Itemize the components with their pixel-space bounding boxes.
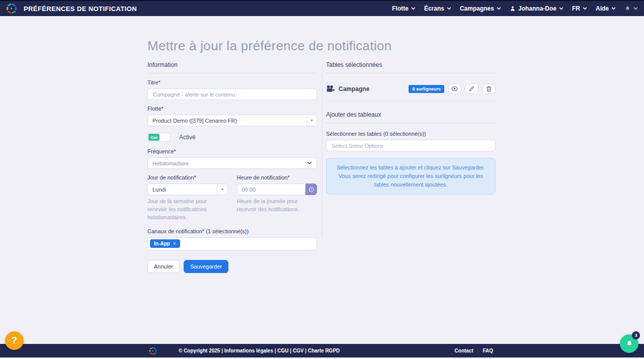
delete-button[interactable] (482, 83, 496, 94)
chevron-down-icon (583, 7, 587, 10)
user-icon (510, 6, 516, 12)
help-fab[interactable]: ? (5, 331, 24, 350)
chevron-down-icon (633, 7, 638, 10)
chevron-down-icon (307, 161, 312, 165)
tables-select-input[interactable] (326, 140, 496, 151)
notification-fab[interactable]: 3 (620, 334, 638, 353)
pencil-icon (469, 86, 474, 92)
chevron-down-icon (559, 7, 564, 10)
canaux-label: Canaux de notification* (1 sélectionné(s… (147, 228, 317, 234)
highlighters-badge: 8 surligneurs (409, 85, 444, 93)
footer-contact-link[interactable]: Contact (455, 348, 473, 353)
active-toggle-label: Activé (179, 134, 196, 141)
time-picker-button[interactable] (305, 184, 317, 195)
footer-link-separator: | (477, 348, 479, 353)
top-strip (0, 0, 644, 1)
clock-icon (308, 187, 314, 193)
bell-icon (624, 6, 631, 12)
tables-selected-header: Tables sélectionnées (326, 61, 496, 73)
nav-item-flotte[interactable]: Flotte (392, 5, 416, 12)
flotte-select[interactable]: Product Demo ([379] Cenareo FR) ▼ (147, 115, 317, 126)
bell-icon (625, 340, 633, 348)
active-toggle[interactable]: Oui (147, 133, 171, 142)
nav-item-notifications[interactable] (624, 6, 638, 12)
view-button[interactable] (448, 83, 461, 94)
heure-input[interactable] (237, 184, 306, 195)
nav-item-user[interactable]: Johanna-Doe (510, 5, 564, 12)
footer: © Copyright 2025 | Informations légales … (0, 344, 644, 357)
dropdown-arrow-icon: ▼ (217, 184, 227, 195)
toggle-on-label: Oui (148, 134, 159, 141)
frequence-selected-value: Hebdomadaire (152, 160, 307, 166)
frequence-label: Fréquence* (147, 148, 317, 154)
trash-icon (486, 86, 492, 92)
notification-count-badge: 3 (632, 331, 640, 339)
remove-tag-icon[interactable]: × (173, 241, 176, 246)
footer-copyright[interactable]: © Copyright 2025 | Informations légales … (179, 348, 340, 353)
titre-label: Titre* (147, 79, 317, 85)
titre-input[interactable] (147, 88, 317, 100)
jour-select[interactable]: Lundi ▼ (147, 184, 228, 195)
app-logo-icon[interactable] (6, 3, 17, 14)
heure-label: Heure de notification* (237, 174, 317, 181)
footer-logo-icon (149, 347, 157, 355)
jour-label: Jour de notification* (147, 174, 228, 181)
page-title: Mettre à jour la préférence de notificat… (147, 38, 392, 54)
table-row: Campagne 8 surligneurs (326, 79, 496, 101)
chevron-down-icon (447, 7, 451, 10)
jour-selected-value: Lundi (148, 184, 217, 195)
flotte-selected-value: Product Demo ([379] Cenareo FR) (148, 115, 306, 126)
navbar: PRÉFÉRENCES DE NOTIFICATION Flotte Écran… (0, 1, 644, 16)
chevron-down-icon (411, 7, 416, 10)
video-camera-icon (326, 85, 335, 93)
app-title: PRÉFÉRENCES DE NOTIFICATION (24, 5, 137, 13)
main-content: Mettre à jour la préférence de notificat… (0, 16, 644, 344)
channel-tag: In-App × (150, 239, 180, 248)
frequence-select[interactable]: Hebdomadaire (147, 157, 317, 169)
add-tables-header: Ajouter des tableaux (326, 111, 496, 123)
edit-button[interactable] (465, 83, 478, 94)
nav-item-language[interactable]: FR (572, 5, 587, 12)
tables-section: Tables sélectionnées Campagne 8 surligne… (326, 61, 496, 195)
information-section: Information Titre* Flotte* Product Demo … (147, 61, 317, 273)
cancel-button[interactable]: Annuler (147, 260, 180, 273)
column-divider (322, 62, 323, 237)
jour-help-text: Jour de la semaine pour recevoir les not… (147, 198, 228, 222)
dropdown-arrow-icon: ▼ (306, 115, 316, 126)
tables-select-label: Sélectionner les tables (0 sélectionné(s… (326, 131, 496, 137)
footer-faq-link[interactable]: FAQ (482, 348, 493, 353)
save-button[interactable]: Sauvegarder (184, 260, 228, 273)
info-alert: Sélectionnez les tables à ajouter et cli… (326, 158, 496, 195)
nav-item-ecrans[interactable]: Écrans (424, 5, 451, 12)
nav-item-aide[interactable]: Aide (596, 5, 616, 12)
chevron-down-icon (497, 7, 501, 10)
nav-item-campagnes[interactable]: Campagnes (460, 5, 501, 12)
flotte-label: Flotte* (147, 106, 317, 112)
table-name: Campagne (339, 85, 369, 93)
canaux-multiselect[interactable]: In-App × (147, 237, 317, 250)
information-header: Information (147, 61, 317, 73)
eye-icon (451, 86, 458, 92)
heure-help-text: Heure de la journée pour recevoir des no… (237, 198, 317, 214)
chevron-down-icon (611, 7, 616, 10)
